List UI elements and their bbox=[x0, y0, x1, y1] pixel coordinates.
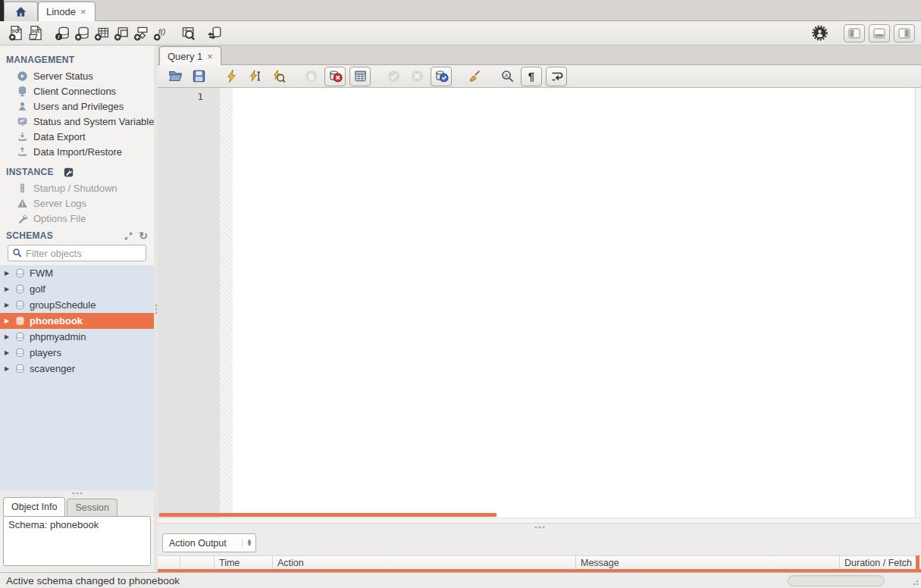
stop-button[interactable] bbox=[301, 67, 321, 86]
schema-item-players[interactable]: ▶players bbox=[0, 345, 154, 361]
save-script-button[interactable] bbox=[189, 67, 208, 86]
schema-item-FWM[interactable]: ▶FWM bbox=[0, 265, 154, 281]
output-column-label: Message bbox=[581, 558, 619, 568]
schema-item-golf[interactable]: ▶golf bbox=[0, 281, 154, 297]
schema-inspector-button[interactable]: i bbox=[52, 23, 72, 43]
search-table-data-button[interactable] bbox=[177, 23, 197, 43]
expander-icon[interactable]: ▶ bbox=[3, 333, 11, 340]
fold-margin bbox=[220, 88, 233, 523]
schema-db-icon bbox=[14, 267, 26, 279]
output-column-action[interactable]: Action bbox=[273, 556, 576, 569]
tab-session[interactable]: Session bbox=[67, 499, 117, 516]
schema-item-groupSchedule[interactable]: ▶groupSchedule bbox=[0, 297, 154, 313]
sidebar-item-server-logs[interactable]: Server Logs bbox=[0, 195, 154, 211]
options-file-icon bbox=[17, 213, 28, 224]
create-schema-button[interactable] bbox=[72, 23, 92, 43]
tab-query-1[interactable]: Query 1 × bbox=[159, 46, 221, 65]
show-invisibles-button[interactable]: ¶ bbox=[521, 67, 542, 86]
open-sql-script-button[interactable]: SQL bbox=[26, 23, 45, 43]
sidebar-item-users-privileges[interactable]: Users and Privileges bbox=[0, 99, 154, 114]
schema-db-icon bbox=[14, 315, 26, 327]
schema-item-phonebook[interactable]: ▶phonebook bbox=[0, 313, 154, 329]
create-procedure-button[interactable] bbox=[131, 23, 151, 43]
reconnect-dbms-button[interactable] bbox=[204, 23, 224, 43]
sidebar-item-data-export[interactable]: Data Export bbox=[0, 129, 154, 144]
toggle-left-panel-button[interactable] bbox=[844, 24, 865, 42]
output-column-time[interactable]: Time bbox=[215, 556, 273, 569]
output-type-select[interactable]: Action Output ▲▼ bbox=[162, 533, 256, 552]
editor-v-scrollbar[interactable] bbox=[915, 88, 921, 523]
preferences-button[interactable] bbox=[810, 23, 829, 43]
line-number: 1 bbox=[158, 91, 220, 102]
schema-name: FWM bbox=[30, 267, 53, 279]
expander-icon[interactable]: ▶ bbox=[3, 286, 11, 292]
toggle-right-panel-button[interactable] bbox=[894, 24, 915, 42]
beautify-button[interactable] bbox=[465, 67, 484, 86]
create-table-icon bbox=[94, 25, 110, 41]
close-icon[interactable]: × bbox=[80, 7, 87, 17]
output-type-value: Action Output bbox=[169, 538, 227, 549]
execute-button[interactable] bbox=[221, 67, 241, 86]
expander-icon[interactable]: ▶ bbox=[3, 302, 11, 308]
sidebar-item-startup-shutdown[interactable]: Startup / Shutdown bbox=[0, 180, 154, 195]
sidebar-item-options-file[interactable]: Options File bbox=[0, 211, 154, 226]
new-sql-tab-icon: SQL bbox=[8, 25, 24, 41]
sidebar-item-label: Status and System Variables bbox=[33, 116, 154, 127]
expand-schemas-icon[interactable] bbox=[124, 231, 133, 241]
toggle-bottom-panel-button[interactable] bbox=[869, 24, 890, 42]
startup-shutdown-icon bbox=[17, 183, 28, 194]
resize-grip-icon[interactable] bbox=[910, 577, 919, 586]
sidebar-item-server-status[interactable]: Server Status bbox=[0, 68, 154, 83]
toggle-wrap-button[interactable] bbox=[546, 67, 567, 86]
output-column-message[interactable]: Message bbox=[576, 556, 840, 569]
tab-object-info[interactable]: Object Info bbox=[3, 497, 65, 516]
data-export-icon bbox=[17, 131, 28, 142]
output-column-blank-1[interactable] bbox=[180, 556, 215, 569]
tab-connection-linode[interactable]: Linode × bbox=[38, 2, 96, 21]
schema-item-phpmyadmin[interactable]: ▶phpmyadmin bbox=[0, 329, 154, 345]
expander-icon[interactable]: ▶ bbox=[3, 365, 11, 372]
output-column-blank-0[interactable] bbox=[158, 556, 180, 569]
toggle-stop-on-error-button[interactable] bbox=[324, 67, 346, 86]
query-tab-bar: Query 1 × bbox=[158, 45, 921, 65]
toggle-autocommit-button[interactable] bbox=[431, 67, 452, 86]
sidebar-item-client-connections[interactable]: Client Connections bbox=[0, 83, 154, 99]
create-view-button[interactable] bbox=[111, 23, 131, 43]
sidebar-item-status-variables[interactable]: Status and System Variables bbox=[0, 114, 154, 129]
limit-rows-button[interactable] bbox=[349, 67, 371, 86]
sql-editor[interactable] bbox=[233, 88, 915, 523]
show-invisibles-icon: ¶ bbox=[528, 70, 534, 83]
editor-h-scrollbar[interactable] bbox=[159, 513, 497, 517]
open-script-button[interactable] bbox=[165, 67, 185, 86]
sidebar-item-data-import[interactable]: Data Import/Restore bbox=[0, 144, 154, 159]
query-tab-label: Query 1 bbox=[168, 51, 202, 62]
output-column-duration-fetch[interactable]: Duration / Fetch bbox=[840, 556, 921, 569]
progress-indicator bbox=[788, 575, 885, 586]
execute-current-button[interactable] bbox=[245, 67, 265, 86]
expander-icon[interactable]: ▶ bbox=[3, 270, 11, 277]
output-splitter[interactable] bbox=[158, 523, 921, 530]
expander-icon[interactable]: ▶ bbox=[3, 317, 11, 324]
close-icon[interactable]: × bbox=[207, 51, 213, 62]
output-v-scrollbar[interactable] bbox=[916, 555, 919, 572]
create-table-button[interactable] bbox=[92, 23, 111, 43]
expander-icon[interactable]: ▶ bbox=[3, 349, 11, 356]
commit-button[interactable] bbox=[384, 67, 403, 86]
refresh-schemas-icon[interactable]: ↻ bbox=[139, 230, 148, 241]
create-function-button[interactable]: f() bbox=[151, 23, 171, 43]
schema-filter-input[interactable] bbox=[26, 248, 142, 259]
sidebar-item-label: Startup / Shutdown bbox=[33, 183, 117, 194]
toggle-wrap-icon bbox=[550, 69, 564, 83]
sidebar-item-label: Data Import/Restore bbox=[33, 146, 122, 158]
schema-item-scavenger[interactable]: ▶scavenger bbox=[0, 361, 154, 377]
status-message: Active schema changed to phonebook bbox=[6, 575, 180, 586]
explain-button[interactable] bbox=[268, 67, 288, 86]
server-status-icon bbox=[17, 70, 28, 82]
new-sql-tab-button[interactable]: SQL bbox=[6, 23, 26, 43]
find-button[interactable]: A bbox=[497, 67, 517, 86]
info-panel-splitter[interactable] bbox=[0, 490, 154, 496]
management-section-header: MANAGEMENT bbox=[0, 55, 154, 68]
schema-db-icon bbox=[14, 363, 26, 374]
tab-home[interactable] bbox=[4, 2, 38, 21]
rollback-button[interactable] bbox=[407, 67, 427, 86]
